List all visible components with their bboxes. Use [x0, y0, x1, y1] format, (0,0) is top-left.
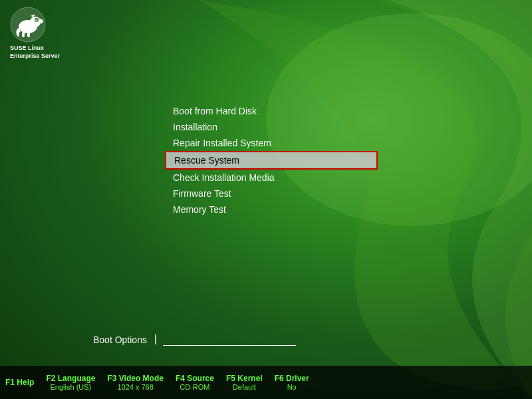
fkey-f5-name: F5 Kernel — [226, 374, 263, 383]
fkey-f1-name: F1 Help — [5, 378, 34, 387]
fkey-f3-value: 1024 x 768 — [117, 383, 153, 391]
logo-text: SUSE Linux Enterprise Server — [10, 45, 60, 60]
fkey-f4-value: CD-ROM — [180, 383, 209, 391]
menu-item-firmware-test[interactable]: Firmware Test — [165, 186, 378, 201]
menu-item-repair[interactable]: Repair Installed System — [165, 135, 378, 151]
boot-options-label: Boot Options — [93, 334, 147, 345]
fkey-f2-group[interactable]: F2 Language English (US) — [46, 374, 95, 391]
svg-rect-9 — [27, 32, 30, 37]
fkey-f5-value: Default — [233, 383, 256, 391]
menu-item-check-media[interactable]: Check Installation Media — [165, 170, 378, 186]
suse-logo-icon — [10, 7, 47, 43]
menu-item-installation[interactable]: Installation — [165, 119, 378, 135]
logo-area: SUSE Linux Enterprise Server — [10, 7, 60, 60]
svg-point-7 — [37, 19, 38, 21]
fkey-f2-value: English (US) — [51, 383, 92, 391]
fkey-f4-name: F4 Source — [176, 374, 214, 383]
menu-item-memory-test[interactable]: Memory Test — [165, 201, 378, 217]
boot-options-area: Boot Options | — [93, 334, 296, 346]
svg-rect-8 — [22, 32, 25, 37]
main-menu: Boot from Hard Disk Installation Repair … — [165, 103, 378, 217]
fkey-f6-name: F6 Driver — [275, 374, 309, 383]
fkey-f2-name: F2 Language — [46, 374, 95, 383]
boot-options-input[interactable] — [163, 334, 296, 346]
fkey-f4-group[interactable]: F4 Source CD-ROM — [176, 374, 214, 391]
fkey-f6-value: No — [287, 383, 297, 391]
fkeys-bar: F1 Help F2 Language English (US) F3 Vide… — [0, 366, 532, 399]
fkey-f3-group[interactable]: F3 Video Mode 1024 x 768 — [107, 374, 163, 391]
menu-item-rescue[interactable]: Rescue System — [165, 151, 378, 170]
fkey-f5-group[interactable]: F5 Kernel Default — [226, 374, 263, 391]
fkey-f1-group[interactable]: F1 Help — [5, 378, 34, 387]
fkey-f6-group[interactable]: F6 Driver No — [275, 374, 309, 391]
boot-options-separator: | — [152, 334, 159, 346]
fkey-f3-name: F3 Video Mode — [107, 374, 163, 383]
menu-item-boot-hard-disk[interactable]: Boot from Hard Disk — [165, 103, 378, 119]
